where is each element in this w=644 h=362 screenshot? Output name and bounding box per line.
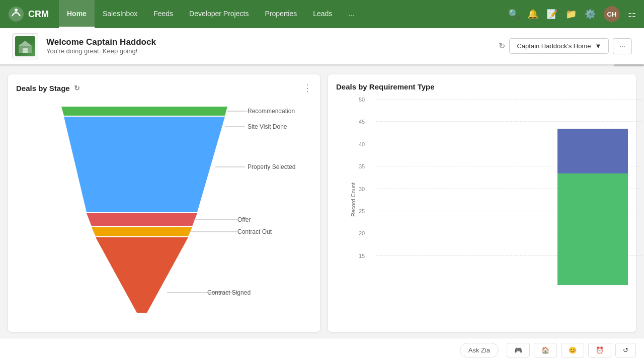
funnel-chart: Recommendation Site Visit Done Property …: [16, 102, 312, 313]
bottom-toolbar: Ask Zia 🎮 🏠 😊 ⏰ ↺: [0, 338, 644, 362]
toolbar-btn-5[interactable]: ↺: [615, 343, 636, 357]
grid-label-25: 25: [359, 208, 365, 214]
chevron-down-icon: ▼: [595, 42, 601, 50]
deals-by-req-panel: Deals by Requirement Type Record Count 5…: [328, 74, 636, 332]
label-contract-signed: Contract Signed: [207, 289, 251, 296]
home-icon: 🏠: [541, 346, 549, 354]
label-recommendation: Recommendation: [248, 108, 295, 115]
home-dropdown[interactable]: Captain Haddock's Home ▼: [509, 38, 609, 54]
history-icon: ↺: [623, 346, 628, 354]
brand-logo[interactable]: CRM: [8, 6, 49, 22]
grid-line-50: 50: [376, 99, 644, 100]
nav-feeds[interactable]: Feeds: [145, 0, 181, 28]
svg-marker-9: [96, 237, 188, 313]
grid-label-30: 30: [359, 186, 365, 192]
welcome-subtitle: You're doing great. Keep going!: [46, 47, 491, 55]
header-text: Welcome Captain Haddock You're doing gre…: [46, 37, 491, 55]
label-offer: Offer: [237, 216, 251, 223]
nav-more[interactable]: ...: [340, 0, 362, 28]
nav-links: Home SalesInbox Feeds Developer Projects…: [59, 0, 508, 28]
svg-marker-3: [19, 41, 32, 46]
svg-marker-7: [87, 213, 197, 226]
nav-home[interactable]: Home: [59, 0, 95, 28]
deals-stage-menu-icon[interactable]: ⋮: [303, 82, 312, 94]
grid-label-20: 20: [359, 230, 365, 236]
grid-label-15: 15: [359, 253, 365, 259]
label-contract-out: Contract Out: [237, 228, 272, 235]
logo-graphic: [15, 36, 35, 56]
svg-marker-5: [61, 107, 227, 116]
header-bar: Welcome Captain Haddock You're doing gre…: [0, 28, 644, 64]
nav-properties[interactable]: Properties: [257, 0, 305, 28]
svg-marker-6: [64, 117, 225, 212]
toolbar-btn-2[interactable]: 🏠: [534, 343, 557, 357]
panel-header-left: Deals by Stage ↻ ⋮: [16, 82, 312, 94]
gamepad-icon: 🎮: [514, 346, 522, 354]
user-avatar[interactable]: CH: [604, 6, 620, 22]
toolbar-btn-3[interactable]: 😊: [561, 343, 584, 357]
settings-icon[interactable]: ⚙️: [585, 9, 596, 20]
scroll-indicator: [0, 64, 644, 66]
more-options-button[interactable]: ···: [613, 38, 632, 54]
nav-salesinbox[interactable]: SalesInbox: [95, 0, 145, 28]
top-navigation: CRM Home SalesInbox Feeds Developer Proj…: [0, 0, 644, 28]
nav-leads[interactable]: Leads: [305, 0, 340, 28]
svg-marker-8: [92, 227, 192, 236]
nav-developer-projects[interactable]: Developer Projects: [181, 0, 257, 28]
crm-logo-icon: [8, 6, 24, 22]
main-content: Deals by Stage ↻ ⋮: [0, 66, 644, 340]
estateking-logo: [18, 39, 33, 54]
brand-name: CRM: [28, 9, 49, 20]
grid-label-40: 40: [359, 141, 365, 147]
svg-rect-4: [23, 48, 28, 53]
label-property-selected: Property Selected: [248, 163, 295, 170]
bar-segment-bottom: [557, 173, 628, 285]
folder-icon[interactable]: 📁: [566, 9, 577, 20]
svg-point-1: [15, 9, 18, 12]
grid-label-50: 50: [359, 97, 365, 103]
toolbar-btn-1[interactable]: 🎮: [507, 343, 530, 357]
grid-line-45: 45: [376, 121, 644, 122]
label-site-visit-done: Site Visit Done: [248, 123, 287, 130]
deals-by-req-title: Deals by Requirement Type: [336, 82, 435, 91]
bar-chart: Record Count 50 45 40 35 30: [336, 99, 628, 300]
emoji-icon: 😊: [569, 346, 577, 354]
search-icon[interactable]: 🔍: [508, 9, 519, 20]
chart-grid: 50 45 40 35 30 25 20: [376, 99, 644, 285]
welcome-title: Welcome Captain Haddock: [46, 37, 491, 47]
refresh-button[interactable]: ↻: [499, 41, 505, 51]
deals-by-stage-panel: Deals by Stage ↻ ⋮: [8, 74, 320, 332]
bar-segment-top: [557, 129, 628, 173]
deals-by-stage-title: Deals by Stage ↻: [16, 84, 80, 93]
funnel-svg: [16, 102, 273, 313]
panel-header-right: Deals by Requirement Type: [336, 82, 628, 91]
grid-icon[interactable]: ⚏: [628, 9, 636, 20]
grid-label-35: 35: [359, 163, 365, 169]
bell-icon[interactable]: 🔔: [527, 9, 538, 20]
grid-label-45: 45: [359, 119, 365, 125]
company-logo: [12, 33, 38, 59]
nav-icons: 🔍 🔔 📝 📁 ⚙️ CH ⚏: [508, 6, 636, 22]
y-axis-label: Record Count: [350, 183, 356, 217]
bar-column: [557, 129, 628, 285]
scroll-thumb: [614, 64, 644, 66]
header-actions: ↻ Captain Haddock's Home ▼ ···: [499, 38, 632, 54]
ask-zia-button[interactable]: Ask Zia: [460, 343, 499, 357]
alarm-icon: ⏰: [596, 346, 604, 354]
deals-stage-refresh-icon[interactable]: ↻: [74, 84, 80, 92]
toolbar-btn-4[interactable]: ⏰: [588, 343, 611, 357]
compose-icon[interactable]: 📝: [546, 9, 557, 20]
